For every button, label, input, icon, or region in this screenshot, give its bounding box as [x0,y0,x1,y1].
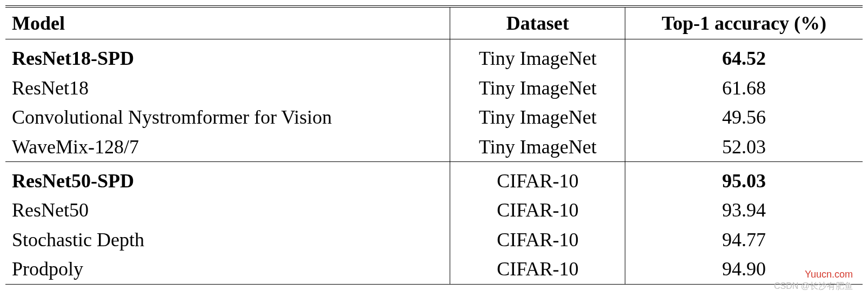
header-model: Model [5,6,450,39]
watermark-csdn: CSDN @长沙有肥鱼 [774,281,853,290]
table-row: ResNet50-SPD CIFAR-10 95.03 [5,161,863,195]
cell-model: Prodpoly [5,254,450,284]
table-row: WaveMix-128/7 Tiny ImageNet 52.03 [5,132,863,162]
cell-acc: 61.68 [625,73,863,103]
cell-dataset: CIFAR-10 [450,254,625,284]
cell-acc: 93.94 [625,195,863,225]
header-acc: Top-1 accuracy (%) [625,6,863,39]
cell-acc: 94.77 [625,225,863,254]
table-row: Convolutional Nystromformer for Vision T… [5,103,863,132]
cell-model: ResNet18-SPD [5,39,450,73]
cell-model: Convolutional Nystromformer for Vision [5,103,450,132]
cell-acc: 49.56 [625,103,863,132]
cell-model: WaveMix-128/7 [5,132,450,162]
table-row: ResNet50 CIFAR-10 93.94 [5,195,863,225]
table-row: ResNet18-SPD Tiny ImageNet 64.52 [5,39,863,73]
cell-acc: 64.52 [625,39,863,73]
cell-model: ResNet50-SPD [5,161,450,195]
group-cifar10: ResNet50-SPD CIFAR-10 95.03 ResNet50 CIF… [5,161,863,284]
table-row: Stochastic Depth CIFAR-10 94.77 [5,225,863,254]
cell-model: ResNet50 [5,195,450,225]
cell-acc: 95.03 [625,161,863,195]
cell-model: Stochastic Depth [5,225,450,254]
cell-dataset: Tiny ImageNet [450,73,625,103]
table-row: ResNet18 Tiny ImageNet 61.68 [5,73,863,103]
header-dataset: Dataset [450,6,625,39]
results-table: Model Dataset Top-1 accuracy (%) ResNet1… [5,5,863,285]
cell-model: ResNet18 [5,73,450,103]
cell-dataset: Tiny ImageNet [450,103,625,132]
header-row: Model Dataset Top-1 accuracy (%) [5,6,863,39]
cell-acc: 52.03 [625,132,863,162]
cell-dataset: Tiny ImageNet [450,39,625,73]
cell-dataset: Tiny ImageNet [450,132,625,162]
cell-dataset: CIFAR-10 [450,195,625,225]
cell-dataset: CIFAR-10 [450,161,625,195]
cell-dataset: CIFAR-10 [450,225,625,254]
table-row: Prodpoly CIFAR-10 94.90 [5,254,863,284]
group-tiny-imagenet: ResNet18-SPD Tiny ImageNet 64.52 ResNet1… [5,39,863,162]
watermark-yuucn: Yuucn.com [805,269,853,280]
